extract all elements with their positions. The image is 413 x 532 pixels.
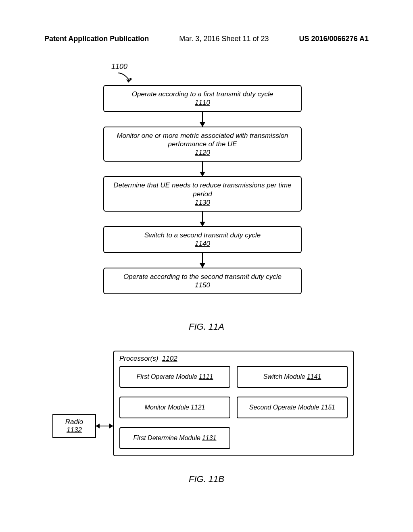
flow-arrow: [103, 212, 302, 226]
figure-label-11b: FIG. 11B: [0, 474, 413, 484]
flow-step-1150: Operate according to the second transmit…: [103, 268, 302, 295]
figure-label-11a: FIG. 11A: [0, 322, 413, 332]
module-label: Switch Module: [263, 373, 305, 380]
processor-label: Processor(s) 1102: [119, 355, 348, 363]
module-label: Monitor Module: [145, 404, 189, 411]
flow-step-1110: Operate according to a first transmit du…: [103, 85, 302, 112]
step-number: 1120: [195, 149, 210, 156]
block-diagram-11b: Radio 1132 Processor(s) 1102 First Opera…: [52, 351, 354, 463]
pub-date-sheet: Mar. 3, 2016 Sheet 11 of 23: [179, 35, 269, 43]
flow-arrow: [103, 112, 302, 127]
module-number: 1141: [307, 373, 321, 380]
processor-number: 1102: [162, 355, 177, 362]
step-number: 1150: [195, 281, 210, 289]
flow-step-1120: Monitor one or more metric associated wi…: [103, 127, 302, 162]
module-label: First Operate Module: [137, 373, 197, 380]
module-number: 1131: [202, 434, 217, 442]
module-number: 1111: [199, 373, 213, 380]
flow-arrow: [103, 162, 302, 176]
radio-number: 1132: [67, 426, 82, 434]
module-number: 1151: [321, 404, 335, 411]
step-number: 1110: [195, 99, 210, 106]
down-arrow-icon: [202, 162, 203, 176]
step-text: Monitor one or more metric associated wi…: [117, 132, 288, 148]
down-arrow-icon: [202, 253, 203, 268]
down-arrow-icon: [202, 112, 203, 127]
step-text: Switch to a second transmit duty cycle: [144, 231, 261, 239]
flow-step-1140: Switch to a second transmit duty cycle 1…: [103, 226, 302, 253]
module-second-operate: Second Operate Module 1151: [237, 397, 348, 418]
module-label: Second Operate Module: [249, 404, 319, 411]
step-number: 1140: [195, 240, 210, 247]
module-switch: Switch Module 1141: [237, 366, 348, 388]
flowchart-1100: 1100 Operate according to a first transm…: [103, 66, 302, 294]
pub-number: US 2016/0066276 A1: [299, 35, 369, 43]
processor-label-text: Processor(s): [119, 355, 158, 362]
step-text: Operate according to a first transmit du…: [132, 90, 273, 98]
processor-block: Processor(s) 1102 First Operate Module 1…: [113, 351, 354, 456]
step-text: Operate according to the second transmit…: [123, 273, 282, 281]
module-first-determine: First Determine Module 1131: [119, 427, 230, 449]
ref-leader-arrow-icon: [116, 72, 134, 87]
page-header: Patent Application Publication Mar. 3, 2…: [0, 35, 413, 43]
bidir-arrow-icon: [96, 426, 113, 426]
step-text: Determine that UE needs to reduce transm…: [113, 181, 291, 197]
module-number: 1121: [191, 404, 205, 411]
pub-label: Patent Application Publication: [44, 35, 149, 43]
radio-block: Radio 1132: [52, 414, 96, 438]
module-label: First Determine Module: [133, 434, 200, 442]
down-arrow-icon: [202, 212, 203, 226]
step-number: 1130: [195, 199, 210, 206]
flow-arrow: [103, 253, 302, 268]
module-monitor: Monitor Module 1121: [119, 397, 230, 418]
ref-number-1100: 1100: [111, 62, 127, 71]
flow-step-1130: Determine that UE needs to reduce transm…: [103, 176, 302, 212]
radio-label: Radio: [65, 418, 83, 426]
module-first-operate: First Operate Module 1111: [119, 366, 230, 388]
svg-marker-0: [126, 79, 130, 83]
